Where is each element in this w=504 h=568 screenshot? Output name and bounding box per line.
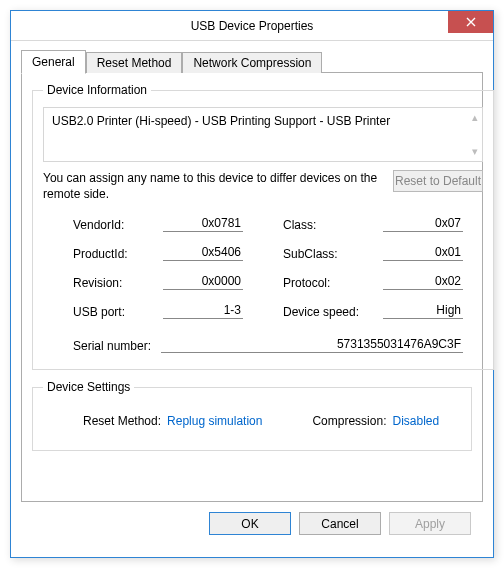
compression-label: Compression:	[312, 414, 386, 428]
reset-method-pair: Reset Method: Replug simulation	[83, 414, 262, 428]
device-name-text: USB2.0 Printer (Hi-speed) - USB Printing…	[52, 114, 390, 128]
reset-method-value[interactable]: Replug simulation	[167, 414, 262, 428]
ok-button[interactable]: OK	[209, 512, 291, 535]
compression-pair: Compression: Disabled	[312, 414, 439, 428]
assign-row: You can assign any name to this device t…	[43, 170, 483, 202]
usb-port-label: USB port:	[73, 305, 163, 319]
serial-value: 5731355031476A9C3F	[161, 337, 463, 353]
revision-value: 0x0000	[163, 274, 243, 290]
scroll-down-icon[interactable]: ▾	[472, 145, 478, 158]
device-settings-group: Device Settings Reset Method: Replug sim…	[32, 380, 472, 451]
tab-general[interactable]: General	[21, 50, 86, 74]
protocol-label: Protocol:	[283, 276, 383, 290]
reset-method-label: Reset Method:	[83, 414, 161, 428]
device-settings-legend: Device Settings	[43, 380, 134, 394]
tab-strip: General Reset Method Network Compression	[21, 50, 483, 73]
product-id-value: 0x5406	[163, 245, 243, 261]
product-id-label: ProductId:	[73, 247, 163, 261]
close-icon	[466, 17, 476, 27]
compression-value[interactable]: Disabled	[392, 414, 439, 428]
vendor-id-value: 0x0781	[163, 216, 243, 232]
scroll-up-icon[interactable]: ▴	[472, 111, 478, 124]
tab-panel-general: Device Information USB2.0 Printer (Hi-sp…	[21, 72, 483, 502]
revision-label: Revision:	[73, 276, 163, 290]
device-speed-label: Device speed:	[283, 305, 383, 319]
assign-help-text: You can assign any name to this device t…	[43, 170, 383, 202]
device-name-input[interactable]: USB2.0 Printer (Hi-speed) - USB Printing…	[43, 107, 483, 162]
tab-reset-method[interactable]: Reset Method	[86, 52, 183, 73]
device-settings-row: Reset Method: Replug simulation Compress…	[43, 404, 461, 438]
apply-button[interactable]: Apply	[389, 512, 471, 535]
dialog-body: General Reset Method Network Compression…	[11, 41, 493, 557]
class-label: Class:	[283, 218, 383, 232]
serial-row: Serial number: 5731355031476A9C3F	[43, 323, 483, 357]
usb-port-value: 1-3	[163, 303, 243, 319]
device-information-group: Device Information USB2.0 Printer (Hi-sp…	[32, 83, 494, 370]
serial-label: Serial number:	[73, 339, 151, 353]
window-title: USB Device Properties	[191, 19, 314, 33]
close-button[interactable]	[448, 11, 493, 33]
subclass-label: SubClass:	[283, 247, 383, 261]
subclass-value: 0x01	[383, 245, 463, 261]
vendor-id-label: VendorId:	[73, 218, 163, 232]
dialog-footer: OK Cancel Apply	[21, 502, 483, 547]
cancel-button[interactable]: Cancel	[299, 512, 381, 535]
device-information-legend: Device Information	[43, 83, 151, 97]
protocol-value: 0x02	[383, 274, 463, 290]
tab-network-compression[interactable]: Network Compression	[182, 52, 322, 73]
device-properties-grid: VendorId: 0x0781 Class: 0x07 ProductId: …	[43, 212, 483, 323]
titlebar: USB Device Properties	[11, 11, 493, 41]
class-value: 0x07	[383, 216, 463, 232]
device-speed-value: High	[383, 303, 463, 319]
dialog-window: USB Device Properties General Reset Meth…	[10, 10, 494, 558]
reset-to-default-button[interactable]: Reset to Default	[393, 170, 483, 192]
